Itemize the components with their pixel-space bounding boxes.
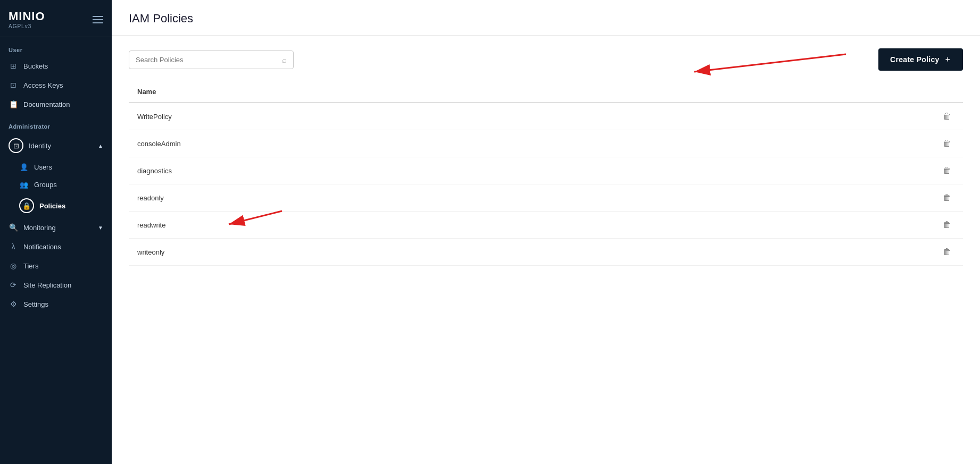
buckets-icon: ⊞ bbox=[9, 62, 18, 70]
sidebar-item-tiers[interactable]: ◎ Tiers bbox=[0, 256, 112, 275]
policy-actions: 🗑 bbox=[675, 212, 963, 239]
sidebar-item-policies[interactable]: 🔒 Policies bbox=[0, 193, 112, 218]
search-input[interactable] bbox=[136, 56, 282, 64]
notifications-icon: λ bbox=[9, 242, 18, 251]
sidebar-item-documentation[interactable]: 📋 Documentation bbox=[0, 95, 112, 114]
sidebar-item-notifications[interactable]: λ Notifications bbox=[0, 237, 112, 256]
sidebar-item-site-replication[interactable]: ⟳ Site Replication bbox=[0, 275, 112, 294]
chevron-up-icon: ▲ bbox=[98, 143, 103, 149]
policy-name: consoleAdmin bbox=[129, 130, 675, 157]
trash-icon: 🗑 bbox=[943, 139, 951, 148]
policy-name: WritePolicy bbox=[129, 103, 675, 130]
content-area: ⌕ Create Policy ＋ Name WritePolicy 🗑 con… bbox=[112, 36, 980, 464]
sidebar-item-label: Buckets bbox=[23, 62, 48, 70]
table-body: WritePolicy 🗑 consoleAdmin 🗑 diagnostics… bbox=[129, 103, 963, 266]
users-icon: 👤 bbox=[19, 163, 29, 171]
user-section-label: User bbox=[0, 37, 112, 56]
policy-actions: 🗑 bbox=[675, 130, 963, 157]
trash-icon: 🗑 bbox=[943, 247, 951, 256]
sidebar-item-label: Settings bbox=[23, 300, 48, 308]
main-content: IAM Policies ⌕ Crea bbox=[112, 0, 980, 464]
delete-policy-button[interactable]: 🗑 bbox=[940, 192, 954, 204]
sidebar-item-buckets[interactable]: ⊞ Buckets bbox=[0, 56, 112, 75]
policy-actions: 🗑 bbox=[675, 184, 963, 212]
table-row[interactable]: consoleAdmin 🗑 bbox=[129, 130, 963, 157]
table-header: Name bbox=[129, 81, 963, 103]
policy-actions: 🗑 bbox=[675, 157, 963, 184]
policies-icon: 🔒 bbox=[19, 198, 34, 213]
page-header: IAM Policies bbox=[112, 0, 980, 36]
sidebar-item-label: Tiers bbox=[23, 262, 38, 270]
sidebar-item-label: Groups bbox=[34, 181, 57, 189]
app-name: MINIO bbox=[9, 10, 45, 23]
hamburger-menu[interactable] bbox=[93, 16, 103, 23]
sidebar-item-label: Notifications bbox=[23, 243, 61, 251]
table-row[interactable]: WritePolicy 🗑 bbox=[129, 103, 963, 130]
sidebar-item-groups[interactable]: 👥 Groups bbox=[0, 176, 112, 193]
delete-policy-button[interactable]: 🗑 bbox=[940, 246, 954, 258]
column-name: Name bbox=[129, 81, 675, 103]
settings-icon: ⚙ bbox=[9, 300, 18, 308]
documentation-icon: 📋 bbox=[9, 100, 18, 108]
policy-name: readwrite bbox=[129, 212, 675, 239]
site-replication-icon: ⟳ bbox=[9, 281, 18, 289]
sidebar-item-access-keys[interactable]: ⊡ Access Keys bbox=[0, 75, 112, 95]
sidebar-item-label: Documentation bbox=[23, 100, 70, 108]
plus-icon: ＋ bbox=[944, 55, 951, 64]
app-license: AGPLv3 bbox=[9, 23, 31, 29]
trash-icon: 🗑 bbox=[943, 193, 951, 202]
delete-policy-button[interactable]: 🗑 bbox=[940, 219, 954, 231]
policy-actions: 🗑 bbox=[675, 103, 963, 130]
tiers-icon: ◎ bbox=[9, 261, 18, 270]
sidebar-item-label: Site Replication bbox=[23, 281, 71, 289]
logo-area: MINIO AGPLv3 bbox=[9, 10, 45, 29]
delete-policy-button[interactable]: 🗑 bbox=[940, 111, 954, 122]
identity-icon: ⊡ bbox=[9, 138, 23, 153]
table-row[interactable]: readonly 🗑 bbox=[129, 184, 963, 212]
policy-actions: 🗑 bbox=[675, 239, 963, 266]
sidebar-item-label: Users bbox=[34, 163, 52, 171]
sidebar-header: MINIO AGPLv3 bbox=[0, 0, 112, 37]
table-row[interactable]: writeonly 🗑 bbox=[129, 239, 963, 266]
delete-policy-button[interactable]: 🗑 bbox=[940, 138, 954, 149]
trash-icon: 🗑 bbox=[943, 166, 951, 175]
policy-name: writeonly bbox=[129, 239, 675, 266]
table-row[interactable]: readwrite 🗑 bbox=[129, 212, 963, 239]
access-keys-icon: ⊡ bbox=[9, 81, 18, 89]
search-box[interactable]: ⌕ bbox=[129, 50, 294, 69]
trash-icon: 🗑 bbox=[943, 220, 951, 229]
sidebar: MINIO AGPLv3 User ⊞ Buckets ⊡ Access Key… bbox=[0, 0, 112, 464]
page-title: IAM Policies bbox=[129, 12, 963, 26]
sidebar-item-label: Access Keys bbox=[23, 81, 63, 89]
delete-policy-button[interactable]: 🗑 bbox=[940, 165, 954, 176]
toolbar: ⌕ Create Policy ＋ bbox=[129, 48, 963, 71]
table-row[interactable]: diagnostics 🗑 bbox=[129, 157, 963, 184]
create-policy-label: Create Policy bbox=[890, 55, 940, 64]
sidebar-item-label: Monitoring bbox=[23, 224, 56, 232]
trash-icon: 🗑 bbox=[943, 112, 951, 121]
chevron-down-icon: ▼ bbox=[98, 225, 103, 231]
sidebar-item-settings[interactable]: ⚙ Settings bbox=[0, 294, 112, 314]
sidebar-item-monitoring[interactable]: 🔍 Monitoring ▼ bbox=[0, 218, 112, 237]
sidebar-item-label: Policies bbox=[39, 202, 65, 210]
policies-table: Name WritePolicy 🗑 consoleAdmin 🗑 diagno… bbox=[129, 81, 963, 266]
sidebar-item-users[interactable]: 👤 Users bbox=[0, 158, 112, 176]
monitoring-icon: 🔍 bbox=[9, 223, 18, 232]
policy-name: diagnostics bbox=[129, 157, 675, 184]
search-icon: ⌕ bbox=[282, 55, 287, 64]
policy-name: readonly bbox=[129, 184, 675, 212]
groups-icon: 👥 bbox=[19, 181, 29, 189]
sidebar-item-identity[interactable]: ⊡ Identity ▲ bbox=[0, 133, 112, 158]
create-policy-button[interactable]: Create Policy ＋ bbox=[878, 48, 963, 71]
administrator-section-label: Administrator bbox=[0, 114, 112, 133]
column-actions bbox=[675, 81, 963, 103]
sidebar-item-label: Identity bbox=[29, 142, 51, 150]
